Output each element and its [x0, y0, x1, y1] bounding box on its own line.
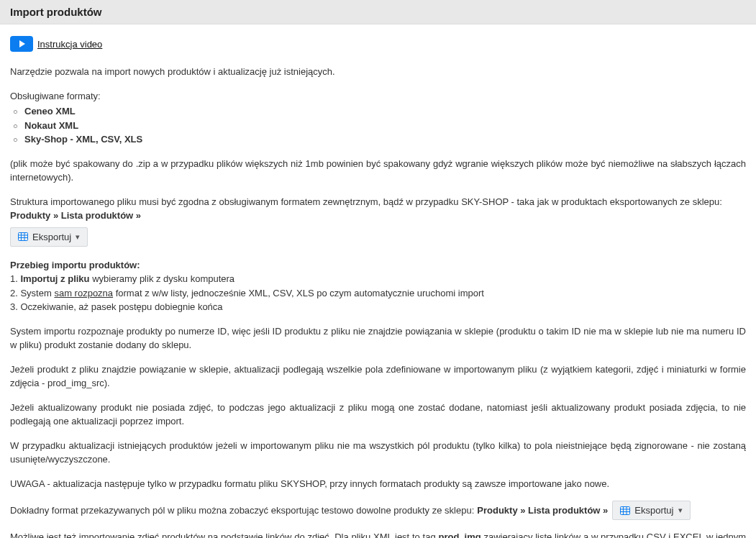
note-p4: W przypadku aktualizacji istniejących pr…	[10, 439, 746, 467]
export-line-2: Dokładny format przekazywanych pól w pli…	[10, 501, 746, 520]
chevron-down-icon: ▾	[678, 506, 683, 515]
formats-label: Obsługiwane formaty:	[10, 89, 746, 104]
play-triangle-icon	[19, 40, 25, 47]
format-item: Sky-Shop - XML, CSV, XLS	[24, 134, 142, 145]
table-icon	[18, 232, 28, 242]
export-button-label: Eksportuj	[32, 232, 71, 242]
note-p2: Jeżeli produkt z pliku znajdzie powiązan…	[10, 363, 746, 391]
export-button[interactable]: Eksportuj ▾	[10, 227, 88, 247]
list-item: Sky-Shop - XML, CSV, XLS	[13, 132, 746, 147]
export-button-inline[interactable]: Eksportuj ▾	[612, 501, 690, 520]
flow-step-2: 2. System sam rozpozna format z w/w list…	[10, 286, 746, 301]
step1-pre: 1.	[10, 273, 20, 284]
flow-step-1: 1. Importuj z pliku wybieramy plik z dys…	[10, 272, 746, 286]
images-note-pre: Możliwe jest też importowanie zdjęć prod…	[10, 532, 438, 538]
step1-rest: wybieramy plik z dysku komputera	[90, 273, 235, 284]
zip-note: (plik może być spakowany do .zip a w prz…	[10, 157, 746, 185]
note-p5: UWAGA - aktualizacja następuje tylko w p…	[10, 477, 746, 491]
list-item: Ceneo XML	[13, 104, 746, 119]
svg-rect-5	[621, 506, 630, 514]
step2-pre: 2. System	[10, 288, 54, 298]
format-item: Ceneo XML	[24, 106, 76, 117]
structure-line: Struktura importowanego pliku musi być z…	[10, 195, 746, 223]
note-p3: Jeżeli aktualizowany produkt nie posiada…	[10, 401, 746, 429]
chevron-down-icon: ▾	[76, 232, 80, 242]
export-button-inline-label: Eksportuj	[634, 505, 673, 516]
table-icon	[620, 506, 630, 516]
intro-line: Narzędzie pozwala na import nowych produ…	[10, 65, 746, 79]
images-note-tag: prod_img	[438, 532, 481, 538]
structure-text: Struktura importowanego pliku musi być z…	[10, 196, 722, 207]
flow-steps: Przebieg importu produktów: 1. Importuj …	[10, 258, 746, 314]
list-item: Nokaut XML	[13, 119, 746, 133]
page-title: Import produktów	[10, 6, 746, 18]
note-p1: System importu rozpoznaje produkty po nu…	[10, 324, 746, 352]
export2-text: Dokładny format przekazywanych pól w pli…	[10, 505, 474, 516]
export2-path: Produkty » Lista produktów »	[477, 505, 608, 516]
svg-rect-0	[19, 233, 28, 241]
structure-path: Produkty » Lista produktów »	[10, 210, 141, 221]
step1-bold: Importuj z pliku	[20, 273, 89, 284]
flow-step-3: 3. Oczekiwanie, aż pasek postępu dobiegn…	[10, 300, 746, 314]
step2-rest: format z w/w listy, jednocześnie XML, CS…	[113, 288, 484, 298]
format-list: Ceneo XML Nokaut XML Sky-Shop - XML, CSV…	[13, 104, 746, 147]
video-instruction-link[interactable]: Instrukcja video	[10, 36, 746, 52]
header-bar: Import produktów	[0, 0, 756, 24]
flow-heading: Przebieg importu produktów:	[10, 258, 746, 273]
content: Instrukcja video Narzędzie pozwala na im…	[0, 24, 756, 538]
images-note: Możliwe jest też importowanie zdjęć prod…	[10, 530, 746, 538]
video-play-icon	[10, 36, 33, 52]
step2-underline: sam rozpozna	[54, 288, 113, 298]
video-link-text: Instrukcja video	[37, 39, 102, 50]
format-item: Nokaut XML	[24, 120, 78, 131]
